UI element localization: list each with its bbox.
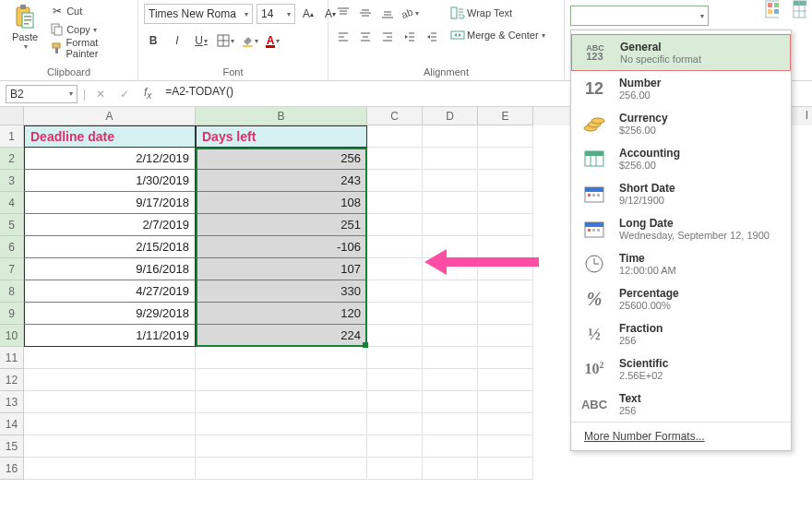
cell[interactable] [423,435,478,458]
cancel-formula-button[interactable]: ✕ [91,85,110,103]
cell[interactable] [478,214,533,236]
font-size-combo[interactable]: 14 ▾ [257,4,295,24]
cell[interactable]: 9/17/2018 [24,192,196,214]
cell[interactable]: 4/27/2019 [24,280,196,303]
row-header[interactable]: 9 [0,303,24,325]
cell[interactable] [367,369,423,391]
number-format-option-currency[interactable]: Currency$256.00 [571,106,791,141]
cell[interactable]: Days left [196,125,367,148]
col-header-D[interactable]: D [423,107,478,125]
cell[interactable] [367,214,423,236]
accept-formula-button[interactable]: ✓ [115,85,134,103]
row-header[interactable]: 8 [0,280,24,303]
cell[interactable] [423,280,478,303]
align-center-button[interactable] [356,28,375,46]
cell[interactable] [24,347,196,369]
bold-button[interactable]: B [144,31,162,50]
number-format-option-time[interactable]: Time12:00:00 AM [571,246,791,281]
cut-button[interactable]: ✂ Cut [48,2,132,20]
cell[interactable] [196,435,367,458]
cell[interactable] [423,192,478,214]
cell[interactable] [423,214,478,236]
row-header[interactable]: 7 [0,258,24,280]
name-box[interactable]: B2 ▾ [6,85,78,103]
format-as-table-icon[interactable] [792,4,806,18]
format-painter-button[interactable]: Format Painter [48,39,132,57]
row-header[interactable]: 12 [0,369,24,391]
cell[interactable] [24,369,196,391]
align-top-button[interactable] [334,4,352,22]
align-right-button[interactable] [378,28,397,46]
cell[interactable] [478,413,533,435]
decrease-indent-button[interactable] [400,28,419,46]
cell[interactable] [367,325,423,347]
row-header[interactable]: 4 [0,192,24,214]
cell[interactable] [478,458,533,480]
align-bottom-button[interactable] [378,4,397,22]
cell[interactable]: 243 [196,170,367,192]
cell[interactable]: 330 [196,280,367,303]
cell[interactable] [367,435,423,458]
cell[interactable] [196,413,367,435]
cell[interactable] [423,125,478,148]
fx-icon[interactable]: fx [139,86,156,101]
row-header[interactable]: 16 [0,458,24,480]
cell[interactable]: 2/12/2019 [24,148,196,170]
increase-font-button[interactable]: A▴ [299,5,317,23]
more-number-formats-link[interactable]: More Number Formats... [571,422,791,450]
row-header[interactable]: 3 [0,170,24,192]
cell[interactable] [478,280,533,303]
cell[interactable] [367,391,423,413]
number-format-option-long-date[interactable]: Long DateWednesday, September 12, 1900 [571,211,791,246]
row-header[interactable]: 10 [0,325,24,347]
cell[interactable] [196,458,367,480]
cell[interactable] [367,258,423,280]
cell[interactable] [423,391,478,413]
number-format-option-number[interactable]: 12Number256.00 [571,71,791,106]
paste-button[interactable]: Paste ▾ [6,2,44,51]
col-header-C[interactable]: C [367,107,423,125]
font-color-button[interactable]: A ▾ [264,31,282,50]
cell[interactable]: 2/15/2018 [24,236,196,258]
borders-button[interactable]: ▾ [216,31,234,50]
cell[interactable] [478,125,533,148]
cell[interactable] [423,148,478,170]
cell[interactable] [24,413,196,435]
cell[interactable] [367,413,423,435]
conditional-formatting-icon[interactable] [764,4,779,18]
merge-center-button[interactable]: Merge & Center ▾ [448,26,547,44]
italic-button[interactable]: I [168,31,186,50]
number-format-option-scientific[interactable]: 102Scientific2.56E+02 [571,351,791,387]
cell[interactable] [367,458,423,480]
cell[interactable]: 251 [196,214,367,236]
copy-button[interactable]: Copy ▾ [48,20,132,39]
cell[interactable]: 224 [196,325,367,347]
cell[interactable]: 120 [196,303,367,325]
orientation-button[interactable]: ab▾ [400,4,419,22]
number-format-option-text[interactable]: ABCText256 [571,387,791,422]
cell[interactable] [478,435,533,458]
cell[interactable] [423,369,478,391]
cell[interactable]: Deadline date [24,125,196,148]
font-name-combo[interactable]: Times New Roma ▾ [144,4,253,24]
align-middle-button[interactable] [356,4,375,22]
cell[interactable] [367,236,423,258]
number-format-option-short-date[interactable]: Short Date9/12/1900 [571,176,791,211]
row-header[interactable]: 13 [0,391,24,413]
cell[interactable] [367,125,423,148]
cell[interactable] [367,347,423,369]
cell[interactable]: 108 [196,192,367,214]
number-format-combo[interactable]: ▾ [570,6,709,26]
number-format-option-accounting[interactable]: Accounting$256.00 [571,141,791,176]
cell[interactable] [196,391,367,413]
cell[interactable] [478,391,533,413]
cell[interactable] [423,458,478,480]
cell[interactable] [478,303,533,325]
cell[interactable] [478,170,533,192]
cell[interactable]: -106 [196,236,367,258]
wrap-text-button[interactable]: Wrap Text [448,4,547,22]
number-format-option-percentage[interactable]: %Percentage25600.00% [571,281,791,316]
row-header[interactable]: 11 [0,347,24,369]
col-header-A[interactable]: A [24,107,196,125]
cell[interactable] [367,303,423,325]
